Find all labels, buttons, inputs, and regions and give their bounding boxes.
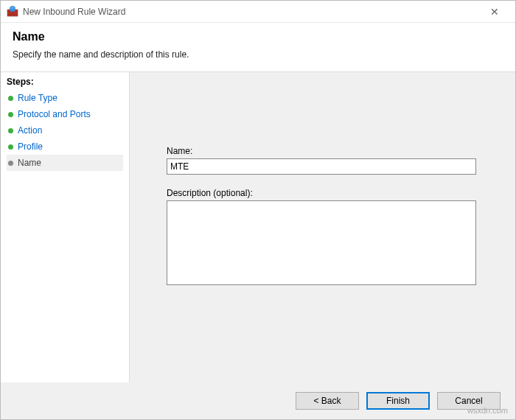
close-button[interactable]: ✕: [480, 1, 509, 22]
name-label: Name:: [167, 146, 493, 156]
finish-button[interactable]: Finish: [366, 392, 430, 410]
steps-sidebar: Steps: Rule Type Protocol and Ports Acti…: [1, 72, 130, 382]
cancel-button[interactable]: Cancel: [437, 392, 501, 410]
step-link: Name: [18, 158, 41, 168]
step-bullet-icon: [8, 144, 13, 150]
step-action[interactable]: Action: [7, 122, 123, 139]
step-name: Name: [7, 155, 123, 171]
page-subtitle: Specify the name and description of this…: [13, 49, 503, 60]
step-link[interactable]: Rule Type: [18, 93, 57, 103]
step-bullet-icon: [8, 96, 13, 101]
steps-heading: Steps:: [7, 77, 123, 87]
wizard-body: Steps: Rule Type Protocol and Ports Acti…: [1, 72, 515, 382]
step-bullet-icon: [8, 161, 13, 166]
titlebar: New Inbound Rule Wizard ✕: [1, 1, 515, 23]
step-bullet-icon: [8, 112, 13, 117]
page-title: Name: [13, 30, 503, 43]
step-protocol-and-ports[interactable]: Protocol and Ports: [7, 106, 123, 122]
name-field-group: Name:: [167, 146, 493, 175]
close-icon: ✕: [490, 6, 499, 18]
back-button[interactable]: < Back: [296, 392, 359, 410]
step-rule-type[interactable]: Rule Type: [7, 90, 123, 106]
window-title: New Inbound Rule Wizard: [23, 7, 125, 17]
form-content: Name: Description (optional):: [130, 72, 515, 382]
wizard-window: New Inbound Rule Wizard ✕ Name Specify t…: [0, 0, 516, 420]
name-input[interactable]: [167, 158, 476, 175]
step-profile[interactable]: Profile: [7, 139, 123, 155]
description-label: Description (optional):: [167, 188, 493, 198]
step-link[interactable]: Profile: [18, 141, 43, 152]
description-field-group: Description (optional):: [167, 188, 493, 287]
step-link[interactable]: Protocol and Ports: [18, 109, 91, 119]
wizard-header: Name Specify the name and description of…: [1, 23, 515, 72]
firewall-icon: [7, 6, 18, 18]
step-bullet-icon: [8, 128, 13, 133]
wizard-footer: < Back Finish Cancel: [1, 382, 515, 419]
description-textarea[interactable]: [167, 200, 476, 285]
step-link[interactable]: Action: [18, 125, 42, 136]
